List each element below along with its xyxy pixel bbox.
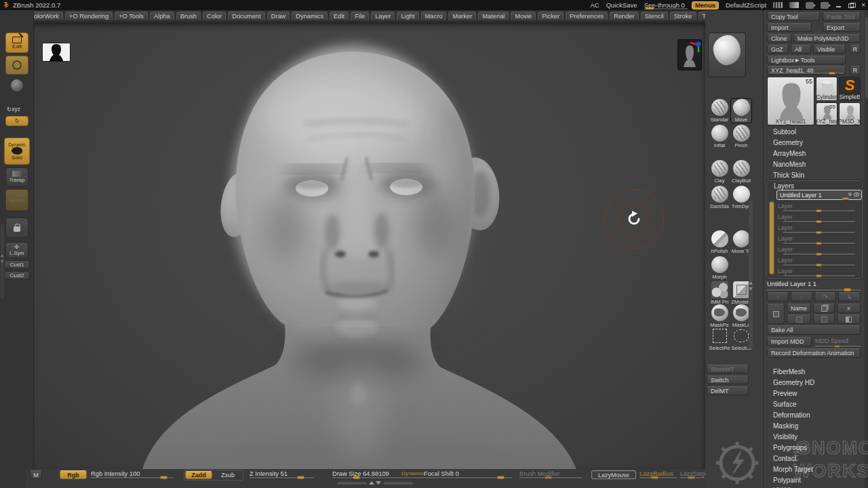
section-surface[interactable]: Surface <box>773 401 796 408</box>
focal-shift-handle[interactable] <box>497 476 505 479</box>
menu-item[interactable]: Light <box>397 12 418 21</box>
section-fibermesh[interactable]: FiberMesh <box>773 368 805 375</box>
brush-morph[interactable]: Morph <box>709 256 730 280</box>
menu-item[interactable]: Movie <box>511 12 536 21</box>
alpha-thumbnail[interactable] <box>42 43 71 62</box>
close-icon[interactable]: × <box>861 3 865 8</box>
duplicate-layer-button[interactable] <box>813 304 835 313</box>
copy-tool-button[interactable]: Copy Tool <box>767 12 820 21</box>
record-deformation-button[interactable]: Record Deformation Animation <box>767 348 861 358</box>
canvas-mini-scrollbar[interactable] <box>337 481 412 485</box>
mdd-speed-handle[interactable] <box>834 345 840 348</box>
import-button[interactable]: Import <box>767 23 812 32</box>
cylinder-tool-thumbnail[interactable]: Cylinder <box>816 77 837 101</box>
brush-mask-pen[interactable]: MaskPe <box>709 304 730 328</box>
menu-item[interactable]: Material <box>478 12 509 21</box>
menu-item[interactable]: Picker <box>538 12 564 21</box>
section-morph-target[interactable]: Morph Target <box>773 466 813 473</box>
menu-item[interactable]: +O Tools <box>115 12 148 21</box>
section-nanomesh[interactable]: NanoMesh <box>773 161 806 168</box>
layer-row[interactable]: Layer <box>778 257 861 266</box>
tool-panel-scrollbar[interactable] <box>865 10 868 488</box>
section-polygroups[interactable]: Polygroups <box>773 444 807 451</box>
brush-hpolish[interactable]: hPolish <box>709 230 730 254</box>
layer-selected[interactable]: Untitled Layer 1 <box>776 190 862 200</box>
layer-row[interactable]: Layer <box>778 268 861 277</box>
section-polypaint[interactable]: Polypaint <box>773 476 801 484</box>
layer-value-slider[interactable]: Untitled Layer 1 1 <box>767 281 861 291</box>
export-button[interactable]: Export <box>823 23 861 32</box>
cust1-button[interactable]: Cust1 <box>4 260 30 269</box>
import-mdd-button[interactable]: Import MDD <box>767 337 812 346</box>
layer-row[interactable]: Layer <box>778 214 861 223</box>
menu-item[interactable]: Dynamics <box>292 12 328 21</box>
tool-slider[interactable]: XYZ_head1. 48 <box>767 66 846 75</box>
rgb-mode-button[interactable]: Rgb <box>60 470 87 479</box>
menu-item[interactable]: Preferences <box>566 12 608 21</box>
nav-preview-thumbnail[interactable] <box>677 39 702 70</box>
layer-row[interactable]: Layer <box>778 203 861 212</box>
draw-frame-button[interactable] <box>5 56 28 75</box>
merge-down-button[interactable] <box>787 314 811 324</box>
material-button[interactable] <box>5 76 28 95</box>
section-deformation[interactable]: Deformation <box>773 411 810 419</box>
brush-pinch[interactable]: Pinch <box>731 125 751 148</box>
bake-all-button[interactable]: Bake All <box>767 325 861 335</box>
menu-item[interactable]: Stroke <box>670 12 696 21</box>
sculpt-canvas[interactable] <box>34 23 705 469</box>
menu-item[interactable]: Brush <box>176 12 201 21</box>
left-shelf-scrollbar[interactable] <box>1 224 4 298</box>
edit-button[interactable]: Edit <box>5 33 28 53</box>
invert-layer-button[interactable] <box>813 314 835 324</box>
goz-visible-button[interactable]: Visible <box>813 45 846 54</box>
gradient-icon[interactable] <box>789 2 799 8</box>
brush-shelf-scroll-arrows[interactable] <box>748 280 753 295</box>
menus-toggle-button[interactable]: Menus <box>692 1 719 9</box>
zadd-button[interactable]: Zadd <box>185 471 212 479</box>
goz-all-button[interactable]: All <box>791 45 811 54</box>
mdd-speed-slider[interactable]: MDD Speed <box>815 338 861 347</box>
section-masking[interactable]: Masking <box>773 422 798 430</box>
clone-button[interactable]: Clone <box>767 34 791 43</box>
brush-clay[interactable]: Clay <box>709 160 730 184</box>
z-intensity-handle[interactable] <box>297 476 304 479</box>
brush-standard[interactable]: Standar <box>709 99 730 123</box>
menu-item[interactable]: Stencil <box>641 12 668 21</box>
ghost-button[interactable]: Ghost <box>5 189 28 211</box>
delete-layer-button[interactable]: × <box>837 304 861 313</box>
prev-tool-icon[interactable] <box>806 2 814 9</box>
section-subtool[interactable]: Subtool <box>773 128 796 136</box>
cust2-button[interactable]: Cust2 <box>4 271 30 280</box>
brush-claybuildup[interactable]: ClayBuil <box>731 160 751 184</box>
menu-item[interactable]: Render <box>610 12 639 21</box>
layer-intensity-handle[interactable] <box>842 197 849 200</box>
minimize-icon[interactable] <box>835 3 842 8</box>
menu-item[interactable]: Document <box>228 12 264 21</box>
brush-imm-primitives[interactable]: IMM Pri <box>709 281 730 305</box>
brush-modifier-handle[interactable] <box>545 476 552 479</box>
section-geometry[interactable]: Geometry <box>773 139 803 146</box>
lightbox-tools-button[interactable]: Lightbox ▶ Tools <box>767 56 846 64</box>
lazyradius-handle[interactable] <box>651 476 658 479</box>
menu-item[interactable]: Color <box>203 12 226 21</box>
dynamic-toggle[interactable]: Dynamic <box>401 470 424 476</box>
brush-inflat[interactable]: Inflat <box>709 125 730 148</box>
section-arraymesh[interactable]: ArrayMesh <box>773 150 806 157</box>
pers-lock-button[interactable] <box>5 218 28 238</box>
local-symmetry-button[interactable]: ✣ L.Sym <box>5 242 28 258</box>
layer-name-button[interactable]: Name <box>787 304 811 313</box>
layer-value-handle[interactable] <box>844 288 851 291</box>
del-mt-button[interactable]: DelMT <box>707 386 749 395</box>
layer-row[interactable]: Layer <box>778 224 861 234</box>
brush-select-rect[interactable]: SelectRe <box>709 327 730 351</box>
quick-3d-button[interactable]: ↻ <box>5 116 28 126</box>
active-tool-thumbnail[interactable]: 55 XYZ_head1 <box>767 77 814 125</box>
menu-item[interactable]: +O Rendering <box>65 12 113 21</box>
menu-item[interactable]: Edit <box>330 12 349 21</box>
menu-item[interactable]: Alpha <box>150 12 174 21</box>
see-through-handle[interactable] <box>646 7 654 9</box>
menu-item[interactable]: Layer <box>371 12 395 21</box>
section-contact[interactable]: Contact <box>773 455 796 462</box>
menu-item[interactable]: File <box>351 12 369 21</box>
layer-branch-button[interactable]: ↳ <box>838 292 861 302</box>
